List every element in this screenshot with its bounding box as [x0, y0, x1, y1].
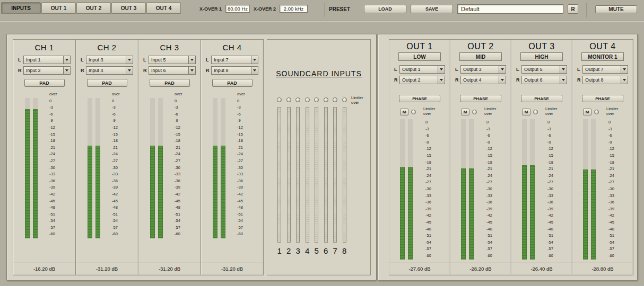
pad-button[interactable]: PAD	[150, 79, 190, 87]
right-meter-track	[158, 98, 163, 238]
meter-scale-value: -57	[608, 246, 614, 253]
preset-r-button[interactable]: R	[568, 4, 578, 14]
right-meter-fill	[408, 167, 413, 260]
right-input-value: Input 8	[212, 68, 251, 73]
level-meters: 0-3-6-9-12-15-18-21-24-27-30-33-36-39-42…	[522, 119, 572, 260]
left-output-select[interactable]: Output 3	[460, 65, 506, 74]
over-label: over	[484, 112, 497, 117]
chevron-down-icon[interactable]	[499, 76, 506, 84]
phase-button[interactable]: PHASE	[460, 95, 501, 102]
input-meter-cell	[321, 107, 331, 243]
input-meter-cell	[275, 107, 284, 243]
tab-out-4[interactable]: OUT 4	[146, 2, 181, 14]
xover1-frequency-field[interactable]: 80.00 Hz	[225, 5, 250, 13]
output-strip-3: OUT 3 HIGH L Output 5 R Output 6 PHASE M…	[511, 39, 572, 275]
meter-scale-value: -57	[237, 225, 245, 231]
right-input-select[interactable]: Input 8	[211, 66, 258, 75]
chevron-down-icon[interactable]	[621, 66, 628, 73]
limiter-led	[342, 97, 347, 102]
input-meter-track	[324, 107, 328, 243]
preset-name-field[interactable]: Default	[457, 4, 563, 14]
tab-out-1[interactable]: OUT 1	[41, 2, 76, 14]
left-output-select[interactable]: Output 5	[521, 65, 567, 74]
limiter-led	[333, 97, 337, 102]
meter-scale-value: 0	[49, 98, 57, 105]
mute-button[interactable]: MUTE	[595, 5, 637, 13]
chevron-down-icon[interactable]	[621, 76, 628, 84]
mute-output-button[interactable]: M	[583, 109, 591, 115]
chevron-down-icon[interactable]	[499, 66, 506, 73]
chevron-down-icon[interactable]	[438, 66, 445, 73]
left-input-select[interactable]: Input 7	[211, 56, 258, 64]
limiter-row: M Limiter over	[522, 108, 572, 116]
chevron-down-icon[interactable]	[251, 67, 258, 74]
right-label: R	[394, 77, 399, 83]
save-button[interactable]: SAVE	[411, 5, 453, 13]
meter-scale-value: -21	[237, 145, 245, 151]
output-title: OUT 1	[389, 42, 450, 51]
meter-scale-value: -54	[425, 239, 431, 246]
left-output-select[interactable]: Output 7	[582, 65, 628, 74]
tab-out-2[interactable]: OUT 2	[76, 2, 111, 14]
right-input-select[interactable]: Input 2	[23, 66, 71, 75]
meter-scale-value: -60	[547, 253, 553, 260]
meter-scale-value: -3	[425, 126, 431, 133]
mute-output-button[interactable]: M	[461, 109, 469, 115]
band-name-label[interactable]: MONITOR 1	[581, 52, 624, 61]
right-meter-track	[95, 98, 100, 238]
pad-button[interactable]: PAD	[87, 79, 127, 87]
meter-scale-value: -42	[112, 191, 120, 198]
meter-scale-value: -18	[486, 159, 492, 166]
pad-button[interactable]: PAD	[24, 79, 65, 87]
right-input-select[interactable]: Input 6	[149, 66, 196, 75]
meter-scale-value: -51	[486, 233, 492, 239]
right-output-select[interactable]: Output 4	[460, 76, 506, 84]
right-meter-fill	[33, 109, 38, 238]
tab-inputs[interactable]: INPUTS	[1, 2, 41, 14]
phase-button[interactable]: PHASE	[521, 95, 562, 102]
load-button[interactable]: LOAD	[364, 5, 406, 13]
band-name-label[interactable]: LOW	[398, 52, 441, 61]
left-input-select[interactable]: Input 1	[23, 56, 71, 64]
meter-scale-value: -30	[425, 186, 431, 193]
meter-bars	[522, 119, 535, 260]
mute-output-button[interactable]: M	[400, 109, 408, 115]
meter-scale: over0-3-6-9-12-15-18-21-24-27-30-33-36-3…	[112, 91, 120, 238]
chevron-down-icon[interactable]	[560, 66, 567, 73]
meter-scale-value: 0	[547, 119, 553, 126]
meter-scale-value: -57	[486, 246, 492, 253]
tab-out-3[interactable]: OUT 3	[111, 2, 146, 14]
channel-strip-3: CH 3 L Input 5 R Input 6 PAD over0-3-6-9…	[138, 39, 201, 275]
left-meter-fill	[461, 168, 466, 260]
right-input-select[interactable]: Input 4	[86, 66, 133, 75]
limiter-led	[286, 97, 291, 102]
left-input-select[interactable]: Input 5	[149, 56, 196, 64]
mute-output-button[interactable]: M	[522, 109, 530, 115]
chevron-down-icon[interactable]	[126, 67, 133, 74]
level-readout: -28.20 dB	[450, 263, 511, 275]
xover2-frequency-field[interactable]: 2.00 kHz	[280, 5, 308, 13]
phase-button[interactable]: PHASE	[399, 95, 440, 102]
chevron-down-icon[interactable]	[63, 67, 70, 74]
meter-scale-value: -27	[486, 179, 492, 186]
right-output-select[interactable]: Output 8	[582, 76, 628, 84]
chevron-down-icon[interactable]	[188, 56, 195, 64]
chevron-down-icon[interactable]	[251, 56, 258, 64]
left-input-select[interactable]: Input 3	[86, 56, 133, 64]
right-output-select[interactable]: Output 6	[521, 76, 567, 84]
chevron-down-icon[interactable]	[63, 56, 70, 64]
band-name-label[interactable]: MID	[459, 52, 502, 61]
band-name-label[interactable]: HIGH	[520, 52, 563, 61]
right-label: R	[18, 68, 23, 73]
left-output-value: Output 5	[522, 67, 560, 72]
chevron-down-icon[interactable]	[560, 76, 567, 84]
chevron-down-icon[interactable]	[126, 56, 133, 64]
meter-scale-value: -24	[112, 151, 120, 158]
pad-button[interactable]: PAD	[212, 79, 253, 87]
chevron-down-icon[interactable]	[188, 67, 195, 74]
level-readout: -31.20 dB	[76, 263, 138, 275]
left-output-select[interactable]: Output 1	[399, 65, 445, 74]
right-output-select[interactable]: Output 2	[399, 76, 445, 84]
chevron-down-icon[interactable]	[438, 76, 445, 84]
phase-button[interactable]: PHASE	[582, 95, 623, 102]
